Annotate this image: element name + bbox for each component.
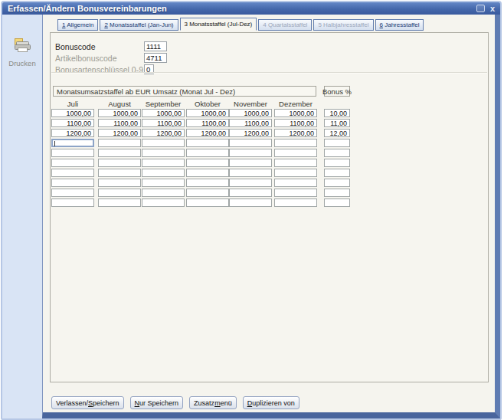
staffel-cell[interactable] xyxy=(186,179,229,187)
bonus-cell[interactable]: 12,00 xyxy=(324,129,350,137)
staffel-cell[interactable] xyxy=(186,149,229,157)
staffel-cell[interactable] xyxy=(142,169,185,177)
staffel-cell[interactable] xyxy=(229,199,272,207)
bonus-cell[interactable]: 10,00 xyxy=(324,109,350,117)
column-headers: JuliAugustSeptemberOktoberNovemberDezemb… xyxy=(51,100,488,108)
tab-1[interactable]: 1 Allgemein xyxy=(57,19,98,31)
staffel-cell[interactable]: 1000,00 xyxy=(51,109,94,117)
label-text: peichern xyxy=(93,399,119,407)
table-row: 1000,001000,001000,001000,001000,001000,… xyxy=(51,109,488,117)
staffel-cell[interactable]: 1100,00 xyxy=(229,119,272,127)
staffel-cell[interactable] xyxy=(274,169,317,177)
bonus-cell[interactable] xyxy=(324,169,350,177)
staffel-cell[interactable]: 1000,00 xyxy=(229,109,272,117)
staffel-cell[interactable] xyxy=(98,159,141,167)
staffel-cell[interactable]: 1000,00 xyxy=(274,109,317,117)
staffel-cell[interactable]: 1200,00 xyxy=(229,129,272,137)
staffel-cell[interactable] xyxy=(274,159,317,167)
column-header-august: August xyxy=(98,100,141,108)
window-title: Erfassen/Ändern Bonusvereinbarungen xyxy=(8,4,167,13)
staffel-cell[interactable] xyxy=(51,169,94,177)
bonus-cell[interactable] xyxy=(324,139,350,147)
duplicate-from-button[interactable]: Duplizieren von xyxy=(243,396,299,409)
staffel-cell[interactable]: 1100,00 xyxy=(186,119,229,127)
staffel-cell[interactable] xyxy=(274,189,317,197)
staffel-cell[interactable]: 1200,00 xyxy=(186,129,229,137)
bonus-cell[interactable] xyxy=(324,179,350,187)
tab-6[interactable]: 6 Jahresstaffel xyxy=(375,19,424,31)
table-row xyxy=(51,159,488,167)
print-button[interactable]: Drucken xyxy=(2,38,42,67)
mnemonic-letter: m xyxy=(214,399,221,407)
staffel-cell[interactable] xyxy=(142,199,185,207)
staffel-cell[interactable] xyxy=(51,189,94,197)
staffel-cell[interactable] xyxy=(229,169,272,177)
staffel-cell[interactable] xyxy=(51,149,94,157)
staffel-cell[interactable]: 1200,00 xyxy=(274,129,317,137)
table-row xyxy=(51,149,488,157)
staffel-cell[interactable] xyxy=(186,189,229,197)
staffel-cell[interactable] xyxy=(142,139,185,147)
staffel-cell[interactable]: 1100,00 xyxy=(142,119,185,127)
staffel-cell[interactable] xyxy=(98,189,141,197)
staffel-cell[interactable] xyxy=(98,179,141,187)
extras-menu-button[interactable]: Zusatzmenü xyxy=(189,396,237,409)
label-text: uplizieren von xyxy=(252,399,295,407)
staffel-cell[interactable]: 1100,00 xyxy=(274,119,317,127)
staffel-cell[interactable] xyxy=(229,159,272,167)
staffel-cell[interactable]: 1200,00 xyxy=(51,129,94,137)
staffel-cell[interactable] xyxy=(98,199,141,207)
tab-2[interactable]: 2 Monatsstaffel (Jan-Jun) xyxy=(100,19,178,31)
staffel-cell[interactable] xyxy=(186,199,229,207)
bonus-cell[interactable] xyxy=(324,189,350,197)
staffel-cell[interactable] xyxy=(51,199,94,207)
staffel-cell[interactable] xyxy=(229,189,272,197)
staffel-cell[interactable] xyxy=(274,139,317,147)
form-panel: 1 Allgemein2 Monatsstaffel (Jan-Jun)3 Mo… xyxy=(42,15,500,418)
column-header-juli: Juli xyxy=(51,100,94,108)
staffel-cell[interactable]: 1100,00 xyxy=(51,119,94,127)
staffel-cell[interactable] xyxy=(142,179,185,187)
staffel-cell[interactable]: 1200,00 xyxy=(98,129,141,137)
staffel-cell[interactable] xyxy=(98,169,141,177)
staffel-cell[interactable]: 1000,00 xyxy=(142,109,185,117)
bonus-cell[interactable] xyxy=(324,159,350,167)
bonuscode-input[interactable]: 1111 xyxy=(144,41,167,51)
staffel-cell[interactable] xyxy=(142,189,185,197)
staffel-cell[interactable] xyxy=(274,149,317,157)
staffel-cell[interactable]: 1200,00 xyxy=(142,129,185,137)
staffel-cell[interactable] xyxy=(98,139,141,147)
staffel-cell[interactable] xyxy=(186,169,229,177)
column-header-september: September xyxy=(142,100,185,108)
bonus-cell[interactable]: 11,00 xyxy=(324,119,350,127)
field-label: Bonuscode xyxy=(55,42,144,51)
staffel-cell[interactable] xyxy=(229,149,272,157)
staffel-cell[interactable]: 1000,00 xyxy=(186,109,229,117)
staffel-cell[interactable] xyxy=(229,179,272,187)
action-button-row: Verlassen/SpeichernNur SpeichernZusatzme… xyxy=(51,396,299,409)
staffel-cell[interactable] xyxy=(274,199,317,207)
restore-icon[interactable] xyxy=(476,5,485,12)
staffel-cell[interactable] xyxy=(274,179,317,187)
staffel-cell[interactable] xyxy=(51,139,94,147)
tab-3[interactable]: 3 Monatsstaffel (Jul-Dez) xyxy=(180,18,257,31)
bonus-cell[interactable] xyxy=(324,149,350,157)
staffel-cell[interactable] xyxy=(186,139,229,147)
staffel-cell[interactable] xyxy=(51,179,94,187)
bonus-cell[interactable] xyxy=(324,199,350,207)
staffel-cell[interactable] xyxy=(98,149,141,157)
staffel-cell[interactable] xyxy=(51,159,94,167)
staffel-cell[interactable] xyxy=(229,139,272,147)
form-groupbox: Bonuscode1111Artikelbonuscode4711Bonusar… xyxy=(50,32,489,382)
tab-4: 4 Quartalsstaffel xyxy=(258,19,312,31)
field-label: Artikelbonuscode xyxy=(55,54,144,63)
staffel-cell[interactable] xyxy=(186,159,229,167)
staffel-cell[interactable]: 1100,00 xyxy=(98,119,141,127)
close-icon[interactable]: x xyxy=(490,5,495,12)
staffel-cell[interactable] xyxy=(142,149,185,157)
bonus-percent-header: Bonus % xyxy=(324,86,350,97)
leave-save-button[interactable]: Verlassen/Speichern xyxy=(51,396,124,409)
staffel-cell[interactable] xyxy=(142,159,185,167)
staffel-cell[interactable]: 1000,00 xyxy=(98,109,141,117)
save-only-button[interactable]: Nur Speichern xyxy=(130,396,184,409)
